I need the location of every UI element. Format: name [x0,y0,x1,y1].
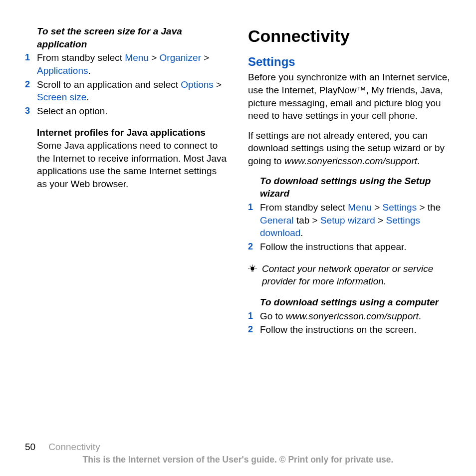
chapter-title: Connectivity [248,25,451,48]
list-item: 1 Go to www.sonyericsson.com/support. [248,310,451,323]
separator: > [201,52,209,63]
body-internet-profiles: Some Java applications need to connect t… [37,139,228,191]
menu-link: Menu [348,202,372,213]
footer-section-name: Connectivity [48,442,100,452]
step-number: 1 [25,51,37,77]
step-number: 1 [248,201,260,239]
step-body: Follow the instructions on the screen. [260,323,451,336]
support-url: www.sonyericsson.com/support [286,311,419,321]
list-item: 3 Select an option. [25,105,228,118]
list-item: 2 Follow the instructions on the screen. [248,323,451,336]
list-item: 1 From standby select Menu > Settings > … [248,201,451,239]
tip-block: Contact your network operator or service… [248,262,451,288]
separator: tab > [294,215,320,226]
support-url: www.sonyericsson.com/support [284,156,417,166]
procedure-steps-screen-size: 1 From standby select Menu > Organizer >… [25,51,228,117]
list-item: 2 Scroll to an application and select Op… [25,78,228,104]
left-column: To set the screen size for a Java applic… [25,25,228,345]
separator: > [149,52,160,63]
separator: > [372,202,383,213]
setup-wizard-link: Setup wizard [320,215,375,226]
settings-download-paragraph: If settings are not already entered, you… [248,129,451,168]
list-item: 1 From standby select Menu > Organizer >… [25,51,228,77]
step-number: 2 [248,240,260,253]
svg-point-0 [250,266,254,270]
step-number: 3 [25,105,37,118]
section-title-settings: Settings [248,54,451,70]
general-link: General [260,215,294,226]
text: Go to [260,311,286,321]
settings-intro-paragraph: Before you synchronize with an Internet … [248,71,451,122]
right-column: Connectivity Settings Before you synchro… [248,25,451,345]
step-number: 1 [248,310,260,323]
procedure-title-computer: To download settings using a computer [260,296,451,309]
step-body: Go to www.sonyericsson.com/support. [260,310,451,323]
text: From standby select [260,202,348,213]
procedure-title-setup-wizard: To download settings using the Setup wiz… [260,175,451,200]
step-number: 2 [248,323,260,336]
footer-top-line: 50Connectivity [25,441,451,454]
step-body: Scroll to an application and select Opti… [37,78,228,104]
procedure-steps-computer: 1 Go to www.sonyericsson.com/support. 2 … [248,310,451,336]
text: . [417,156,420,166]
menu-link: Menu [125,52,149,63]
list-item: 2 Follow the instructions that appear. [248,240,451,253]
separator: > [375,215,386,226]
step-body: From standby select Menu > Settings > th… [260,201,451,239]
svg-line-5 [254,265,255,266]
footer-notice: This is the Internet version of the User… [25,454,451,466]
procedure-title-screen-size: To set the screen size for a Java applic… [37,25,228,50]
text: . [300,228,303,238]
subheading-internet-profiles: Internet profiles for Java applications [37,126,228,139]
procedure-steps-setup-wizard: 1 From standby select Menu > Settings > … [248,201,451,253]
organizer-link: Organizer [160,52,201,63]
applications-link: Applications [37,65,88,76]
page-footer: 50Connectivity This is the Internet vers… [25,441,451,466]
settings-link: Settings [383,202,417,213]
svg-rect-6 [251,270,254,271]
step-body: Select an option. [37,105,228,118]
text: . [419,311,421,321]
step-body: Follow the instructions that appear. [260,240,451,253]
step-number: 2 [25,78,37,104]
step-body: From standby select Menu > Organizer > A… [37,51,228,77]
lightbulb-icon [248,262,259,288]
page-number: 50 [25,442,35,452]
text: . [88,65,90,76]
separator: > the [417,202,441,213]
svg-line-4 [250,265,251,266]
separator: > [214,79,222,90]
options-link: Options [181,79,213,90]
text: From standby select [37,52,125,63]
screen-size-link: Screen size [37,92,86,102]
text: . [86,92,89,102]
tip-text: Contact your network operator or service… [262,262,451,288]
text: Scroll to an application and select [37,79,181,90]
